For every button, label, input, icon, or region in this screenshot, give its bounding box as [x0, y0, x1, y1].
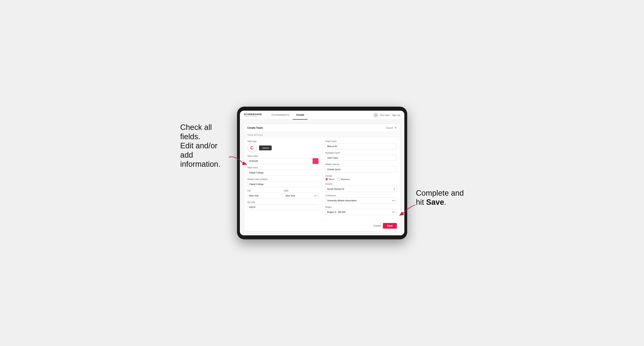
team-name-label: Team name: [247, 167, 319, 169]
gender-womens-option[interactable]: Womens: [338, 178, 350, 180]
conference-clear-button[interactable]: ✕: [392, 199, 394, 202]
card-footer: Cancel Save: [244, 220, 400, 231]
assistant-coach-input[interactable]: [325, 155, 397, 161]
city-state-row: City State New York California: [247, 189, 319, 201]
region-select[interactable]: Region II - (M) DIII Region I Region III: [325, 209, 397, 215]
form-body: Team logo C Upload Team colour: [244, 137, 400, 220]
nav-bar: SCOREBOARD Powered by clippd TOURNAMENTS…: [240, 111, 404, 120]
team-colour-input[interactable]: [247, 158, 313, 164]
team-colour-group: Team colour: [247, 155, 319, 164]
athletic-director-group: Athletic Director: [325, 163, 397, 173]
state-select-wrap: New York California Texas ✕ ▲▼: [284, 193, 319, 199]
gender-radio-group: Mens Womens: [325, 178, 397, 180]
color-input-wrap: [247, 158, 319, 164]
zip-code-group: Zip code: [247, 201, 319, 210]
gender-mens-label: Mens: [329, 178, 334, 180]
division-dropdown-wrap: NCAA Division III NCAA Division I NCAA D…: [325, 186, 397, 192]
team-logo-group: Team logo C Upload: [247, 140, 319, 153]
head-coach-label: Head Coach: [325, 140, 397, 143]
conference-label: Conference: [325, 194, 397, 197]
gender-womens-label: Womens: [341, 178, 350, 180]
close-icon[interactable]: ✕: [394, 126, 397, 129]
division-group: Division NCAA Division III NCAA Division…: [325, 183, 397, 192]
card-header: Create Team Cancel ✕: [244, 124, 400, 132]
display-name-input[interactable]: [247, 181, 319, 187]
nav-logo-sub: Powered by clippd: [244, 116, 262, 117]
sign-out-link[interactable]: Sign out: [392, 114, 400, 116]
athletic-director-input[interactable]: [325, 166, 397, 173]
section-label: TEAM DETAILS: [244, 132, 400, 137]
avatar: TU: [373, 113, 378, 118]
nav-user-area: TU Test User | Sign out: [373, 113, 400, 118]
conference-group: Conference University Athletic Associati…: [325, 194, 397, 203]
conference-select-wrap: University Athletic Association Ivy Leag…: [325, 197, 397, 203]
athletic-director-label: Athletic Director: [325, 163, 397, 166]
nav-username: Test User |: [380, 114, 390, 116]
upload-button[interactable]: Upload: [259, 146, 272, 150]
save-button[interactable]: Save: [383, 223, 397, 229]
city-label: City: [247, 189, 282, 192]
display-name-label: Display name (unique): [247, 178, 319, 180]
page-content: Create Team Cancel ✕ TEAM DETAILS: [240, 120, 404, 235]
tab-tournaments[interactable]: TOURNAMENTS: [268, 111, 293, 120]
region-select-wrap: Region II - (M) DIII Region I Region III…: [325, 209, 397, 215]
arrow-left-icon: [227, 153, 251, 169]
division-label: Division: [325, 183, 397, 185]
head-coach-input[interactable]: [325, 143, 397, 149]
zip-label: Zip code: [247, 201, 319, 203]
nav-tabs: TOURNAMENTS TEAMS: [268, 111, 373, 120]
division-select[interactable]: NCAA Division III NCAA Division I NCAA D…: [325, 186, 397, 192]
state-label: State: [284, 189, 319, 192]
team-colour-label: Team colour: [247, 155, 319, 157]
tab-teams[interactable]: TEAMS: [293, 111, 308, 120]
cancel-button[interactable]: Cancel: [373, 224, 381, 227]
gender-mens-radio[interactable]: [325, 178, 328, 180]
city-group: City: [247, 189, 282, 199]
gender-womens-radio[interactable]: [338, 178, 340, 180]
conference-select[interactable]: University Athletic Association Ivy Leag…: [325, 197, 397, 203]
annotation-left: Check all fields. Edit and/or add inform…: [180, 123, 225, 169]
nav-logo-title: SCOREBOARD: [244, 113, 262, 116]
zip-input[interactable]: [247, 204, 319, 210]
gender-label: Gender: [325, 175, 397, 177]
state-clear-button[interactable]: ✕: [314, 194, 316, 197]
gender-group: Gender Mens Womens: [325, 175, 397, 180]
team-name-group: Team name: [247, 167, 319, 176]
form-right-col: Head Coach Assistant Coach Athletic Dire…: [322, 137, 400, 220]
cancel-close[interactable]: Cancel ✕: [386, 126, 397, 129]
color-swatch[interactable]: [312, 158, 319, 164]
display-name-group: Display name (unique): [247, 178, 319, 187]
head-coach-group: Head Coach: [325, 140, 397, 149]
region-label: Region: [325, 206, 397, 208]
gender-mens-option[interactable]: Mens: [325, 178, 334, 180]
create-team-card: Create Team Cancel ✕ TEAM DETAILS: [244, 124, 400, 231]
tablet-screen: SCOREBOARD Powered by clippd TOURNAMENTS…: [240, 111, 404, 235]
nav-logo: SCOREBOARD Powered by clippd: [244, 113, 262, 117]
tablet-frame: SCOREBOARD Powered by clippd TOURNAMENTS…: [237, 107, 407, 239]
team-name-input[interactable]: [247, 170, 319, 176]
logo-area: C Upload: [247, 143, 319, 153]
page-title: Create Team: [247, 126, 263, 129]
logo-circle: C: [247, 143, 257, 153]
team-logo-label: Team logo: [247, 140, 319, 143]
assistant-coach-group: Assistant Coach: [325, 152, 397, 161]
region-group: Region Region II - (M) DIII Region I Reg…: [325, 206, 397, 215]
annotation-right: Complete and hit Save.: [416, 188, 464, 207]
assistant-coach-label: Assistant Coach: [325, 152, 397, 154]
region-clear-button[interactable]: ✕: [392, 211, 394, 213]
form-left-col: Team logo C Upload Team colour: [244, 137, 322, 220]
cancel-label: Cancel: [386, 127, 393, 129]
state-group: State New York California Texas ✕: [284, 189, 319, 199]
city-input[interactable]: [247, 193, 282, 199]
